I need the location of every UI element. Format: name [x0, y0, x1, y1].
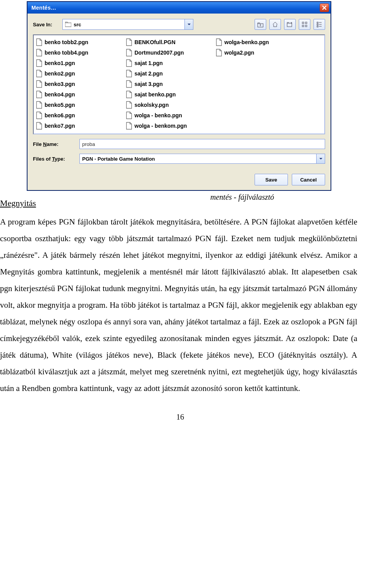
file-icon: [126, 49, 132, 57]
svg-rect-3: [302, 22, 304, 24]
file-item[interactable]: sajat benko.pgn: [126, 89, 200, 99]
files-type-combo[interactable]: PGN - Portable Game Notation: [79, 154, 325, 164]
save-in-row: Save In: src: [33, 19, 325, 30]
file-item[interactable]: sokolsky.pgn: [126, 99, 200, 110]
file-item-label: benko6.pgn: [45, 112, 75, 118]
file-name-row: File Name:: [33, 139, 325, 149]
new-folder-icon: [287, 21, 293, 27]
list-view-button[interactable]: [299, 19, 310, 30]
file-item[interactable]: benko tobb4.pgn: [36, 47, 110, 58]
svg-rect-11: [317, 26, 318, 27]
file-icon: [36, 111, 42, 119]
titlebar: Mentés…: [28, 2, 331, 14]
save-in-label: Save In:: [33, 22, 62, 27]
file-item[interactable]: benko3.pgn: [36, 79, 110, 89]
file-icon: [126, 101, 132, 109]
file-icon: [126, 111, 132, 119]
file-item-label: sajat benko.pgn: [134, 91, 176, 98]
file-item[interactable]: benko tobb2.pgn: [36, 37, 110, 47]
file-item[interactable]: benko2.pgn: [36, 68, 110, 79]
file-icon: [216, 38, 222, 46]
close-button[interactable]: [320, 3, 329, 12]
file-item[interactable]: wolga2.pgn: [216, 47, 289, 58]
file-list[interactable]: benko tobb2.pgnbenko tobb4.pgnbenko1.pgn…: [33, 34, 325, 134]
chevron-down-icon: [319, 157, 323, 161]
file-item-label: benko1.pgn: [45, 60, 75, 66]
file-name-label: File Name:: [33, 141, 79, 147]
file-icon: [36, 38, 42, 46]
section-heading: Megnyitás: [0, 198, 360, 208]
file-item[interactable]: sajat 2.pgn: [126, 68, 200, 79]
svg-rect-9: [317, 24, 318, 25]
cancel-button[interactable]: Cancel: [292, 174, 325, 185]
file-icon: [36, 101, 42, 109]
up-folder-button[interactable]: [255, 19, 266, 30]
file-item[interactable]: sajat 3.pgn: [126, 79, 200, 89]
up-folder-icon: [257, 21, 264, 27]
body-paragraph: A program képes PGN fájlokban tárolt ját…: [0, 214, 357, 397]
file-item-label: wolga-benko.pgn: [224, 39, 269, 45]
file-item[interactable]: Dortmund2007.pgn: [126, 47, 200, 58]
file-item-label: benko5.pgn: [45, 102, 75, 108]
file-item-label: benko tobb4.pgn: [45, 50, 88, 56]
file-item-label: benko3.pgn: [45, 81, 75, 87]
svg-rect-5: [302, 25, 304, 27]
file-item-label: Dortmund2007.pgn: [134, 50, 184, 56]
file-item-label: benko tobb2.pgn: [45, 39, 88, 45]
save-button[interactable]: Save: [255, 174, 288, 185]
home-icon: [272, 21, 278, 27]
file-item-label: wolga - benko.pgn: [134, 112, 182, 118]
file-item[interactable]: sajat 1.pgn: [126, 58, 200, 68]
file-item-label: wolga - benkom.pgn: [134, 123, 187, 129]
file-icon: [216, 49, 222, 57]
file-icon: [36, 122, 42, 130]
close-icon: [322, 5, 327, 10]
svg-rect-0: [65, 23, 71, 27]
file-name-input[interactable]: [79, 139, 325, 149]
file-item-label: BENKOfull.PGN: [134, 39, 176, 45]
save-in-dropdown[interactable]: [185, 19, 193, 30]
file-item[interactable]: BENKOfull.PGN: [126, 37, 200, 47]
files-type-value: PGN - Portable Game Notation: [79, 154, 317, 164]
file-item[interactable]: benko6.pgn: [36, 110, 110, 120]
folder-icon: [65, 22, 71, 27]
dialog-title: Mentés…: [31, 5, 320, 11]
file-icon: [126, 70, 132, 77]
svg-rect-6: [305, 25, 307, 27]
file-item[interactable]: wolga-benko.pgn: [216, 37, 289, 47]
files-type-label: Files of Type:: [33, 156, 79, 162]
file-icon: [126, 122, 132, 130]
file-item[interactable]: benko1.pgn: [36, 58, 110, 68]
file-item-label: sajat 1.pgn: [134, 60, 163, 66]
page-number: 16: [0, 413, 360, 422]
list-view-icon: [301, 21, 308, 27]
new-folder-button[interactable]: [284, 19, 296, 30]
svg-rect-4: [305, 22, 307, 24]
file-item-label: wolga2.pgn: [224, 50, 254, 56]
files-type-dropdown[interactable]: [317, 154, 325, 164]
file-icon: [36, 91, 42, 98]
file-item[interactable]: wolga - benkom.pgn: [126, 120, 200, 131]
file-icon: [126, 38, 132, 46]
file-item-label: benko2.pgn: [45, 70, 75, 77]
svg-rect-7: [317, 22, 318, 23]
home-button[interactable]: [269, 19, 281, 30]
file-item-label: sokolsky.pgn: [134, 102, 169, 108]
file-icon: [126, 80, 132, 88]
svg-rect-2: [287, 23, 292, 27]
save-in-value: src: [74, 22, 81, 27]
file-icon: [36, 59, 42, 67]
file-icon: [126, 59, 132, 67]
file-item-label: sajat 3.pgn: [134, 81, 163, 87]
save-dialog: Mentés… Save In: src: [27, 2, 331, 190]
file-icon: [36, 70, 42, 77]
file-item[interactable]: benko5.pgn: [36, 99, 110, 110]
file-item[interactable]: wolga - benko.pgn: [126, 110, 200, 120]
file-item-label: benko7.pgn: [45, 123, 75, 129]
details-view-button[interactable]: [313, 19, 325, 30]
file-item[interactable]: benko4.pgn: [36, 89, 110, 99]
file-icon: [36, 80, 42, 88]
save-in-field[interactable]: src: [62, 19, 185, 30]
file-item[interactable]: benko7.pgn: [36, 120, 110, 131]
chevron-down-icon: [187, 22, 191, 26]
